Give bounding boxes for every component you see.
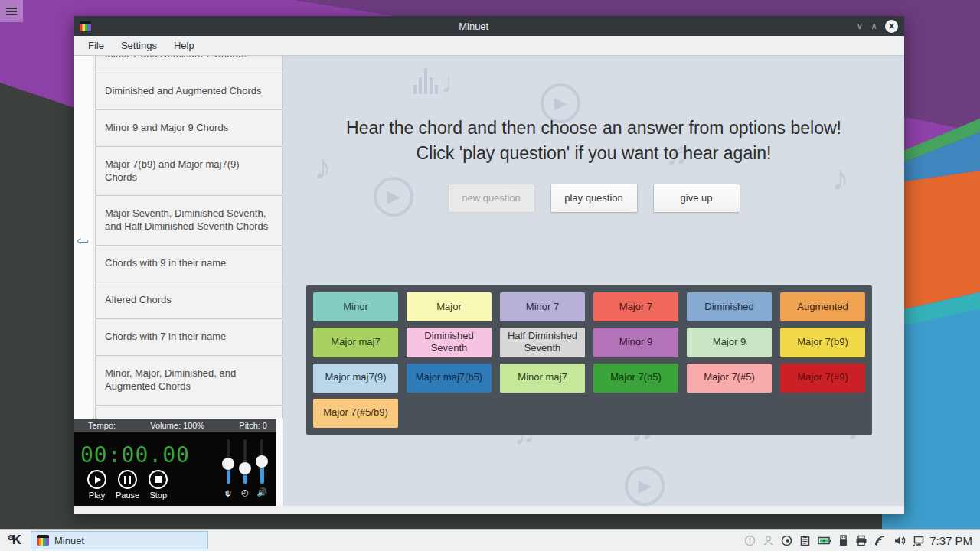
volume-icon[interactable]: [893, 535, 906, 546]
sidebar-item-minor-9-and-major-9-chords[interactable]: Minor 9 and Major 9 Chords: [95, 109, 283, 147]
sidebar-item-diminished-and-augmented-chords[interactable]: Diminished and Augmented Chords: [95, 73, 283, 110]
answer-minor[interactable]: Minor: [313, 292, 398, 321]
answer-major-9[interactable]: Major 9: [687, 328, 772, 357]
device-notifier-icon[interactable]: [838, 535, 848, 546]
minimize-icon[interactable]: ∨: [856, 21, 863, 31]
titlebar[interactable]: Minuet ∨ ∧ ✕: [74, 16, 904, 36]
answer-major-7[interactable]: Major 7: [593, 292, 678, 321]
sidebar-item-major-seventh-diminished-seventh-and-hal[interactable]: Major Seventh, Diminished Seventh, and H…: [95, 195, 283, 246]
answer-minor-maj7[interactable]: Minor maj7: [500, 364, 585, 393]
printer-icon[interactable]: [855, 535, 867, 546]
new-question-button: new question: [448, 184, 535, 213]
minuet-task-icon: [37, 535, 49, 546]
menu-file[interactable]: File: [81, 37, 111, 54]
sidebar-item-lots-of-chords[interactable]: Lots of Chords: [95, 405, 283, 419]
desktop-toolbox-button[interactable]: [0, 0, 23, 22]
volume-label: Volume: 100%: [150, 421, 204, 430]
sidebar-item-chords-with-7-in-their-name[interactable]: Chords with 7 in their name: [95, 318, 283, 356]
window-footer: [74, 506, 904, 514]
taskbar-task-minuet[interactable]: Minuet: [31, 531, 208, 549]
tempo-slider[interactable]: ◴: [240, 438, 250, 496]
answer-minor-7[interactable]: Minor 7: [500, 292, 585, 321]
stop-button[interactable]: Stop: [149, 470, 168, 500]
answer-major-7-b9[interactable]: Major 7(b9): [780, 328, 865, 357]
answer-major-maj7[interactable]: Major maj7: [313, 328, 398, 357]
answer-major[interactable]: Major: [407, 292, 492, 321]
answer-augmented[interactable]: Augmented: [780, 292, 865, 321]
sidebar-scroll-area[interactable]: Minor 7 and Dominant 7 ChordsDiminished …: [95, 56, 283, 419]
exercise-instructions: Hear the chord and then choose an answer…: [283, 116, 904, 167]
sidebar-item-altered-chords[interactable]: Altered Chords: [95, 282, 283, 319]
notifications-icon[interactable]: [744, 535, 756, 546]
answer-major-7-9[interactable]: Major 7(#9): [780, 364, 865, 393]
music-note-watermark-icon: ♩: [441, 67, 470, 99]
answer-major-maj7-9[interactable]: Major maj7(9): [313, 364, 398, 393]
playback-timer: 00:00.00: [80, 442, 190, 468]
answer-diminished-seventh[interactable]: Diminished Seventh: [407, 328, 492, 357]
answer-major-maj7-b5[interactable]: Major maj7(b5): [407, 364, 492, 393]
media-player-icon[interactable]: [781, 535, 792, 546]
answer-major-7-5-b9[interactable]: Major 7(#5/b9): [313, 399, 398, 428]
answer-minor-9[interactable]: Minor 9: [593, 328, 678, 357]
answer-diminished[interactable]: Diminished: [687, 292, 772, 321]
sidebar-item-minor-major-diminished-and-augmented-cho[interactable]: Minor, Major, Diminished, and Augmented …: [95, 355, 283, 406]
taskbar: ⚙K Minuet 7:37 PM: [0, 529, 980, 551]
sidebar-item-chords-with-9-in-their-name[interactable]: Chords with 9 in their name: [95, 245, 283, 282]
play-button[interactable]: Play: [87, 470, 106, 500]
menu-settings[interactable]: Settings: [114, 37, 164, 54]
tempo-icon: ◴: [241, 487, 249, 497]
play-icon: [87, 470, 106, 489]
maximize-icon[interactable]: ∧: [871, 21, 877, 31]
user-switcher-icon[interactable]: [763, 535, 774, 546]
menubar: FileSettingsHelp: [74, 36, 904, 56]
instruction-line2: Click 'play question' if you want to hea…: [283, 141, 904, 166]
back-arrow-icon[interactable]: ⇦: [77, 232, 89, 249]
give-up-button[interactable]: give up: [653, 184, 740, 213]
window-title: Minuet: [91, 21, 856, 32]
digital-clock[interactable]: 7:37 PM: [929, 534, 972, 547]
close-icon[interactable]: ✕: [885, 20, 898, 33]
application-launcher-icon[interactable]: ⚙K: [5, 531, 24, 549]
answer-major-7-5[interactable]: Major 7(#5): [687, 364, 772, 393]
answer-major-7-b5[interactable]: Major 7(b5): [593, 364, 678, 393]
battery-icon[interactable]: [818, 535, 831, 546]
minuet-window: Minuet ∨ ∧ ✕ FileSettingsHelp ⇦ Minor 7 …: [74, 16, 904, 514]
pause-button[interactable]: Pause: [116, 470, 139, 500]
answer-options-panel: MinorMajorMinor 7Major 7DiminishedAugmen…: [306, 285, 872, 435]
pitch-label: Pitch: 0: [239, 421, 267, 430]
app-piano-icon: [80, 21, 91, 31]
volume-icon: 🔊: [256, 487, 267, 497]
clipboard-icon[interactable]: [799, 535, 811, 546]
answer-half-diminished-seventh[interactable]: Half Diminished Seventh: [500, 328, 585, 357]
pause-icon: [118, 470, 137, 489]
sidebar-item-major-7-b9-and-major-maj7-9-chords[interactable]: Major 7(b9) and Major maj7(9) Chords: [95, 146, 283, 197]
pitch-slider[interactable]: ψ: [223, 438, 234, 496]
pitch-icon: ψ: [225, 488, 231, 497]
tempo-label: Tempo:: [88, 421, 116, 430]
input-devices-icon[interactable]: [913, 535, 925, 546]
exercise-view: ♪▶▶♬♩♪▶▶♫▶♪♬ Hear the chord and then cho…: [283, 56, 904, 506]
hamburger-icon: [6, 6, 17, 17]
sidebar-item-minor-7-and-dominant-7-chords[interactable]: Minor 7 and Dominant 7 Chords: [95, 56, 283, 73]
volume-slider[interactable]: 🔊: [256, 438, 267, 496]
play-question-button[interactable]: play question: [550, 184, 638, 213]
desktop: Minuet ∨ ∧ ✕ FileSettingsHelp ⇦ Minor 7 …: [0, 0, 980, 551]
instruction-line1: Hear the chord and then choose an answer…: [283, 116, 904, 141]
exercise-sidebar: ⇦ Minor 7 and Dominant 7 ChordsDiminishe…: [74, 56, 283, 506]
network-icon[interactable]: [874, 535, 887, 546]
midi-player-panel: Tempo: Volume: 100% Pitch: 0 00:00.00 Pl…: [74, 419, 276, 506]
stop-icon: [149, 470, 168, 489]
menu-help[interactable]: Help: [167, 37, 201, 54]
equalizer-watermark-icon: [413, 68, 438, 94]
